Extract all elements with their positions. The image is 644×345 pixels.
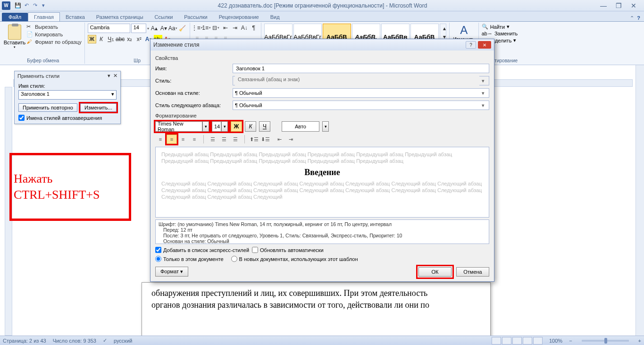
zoom-slider[interactable]	[582, 340, 629, 342]
tab-file[interactable]: Файл	[2, 13, 28, 21]
zoom-out-button[interactable]: −	[569, 338, 572, 344]
line-spacing-1[interactable]: ☰	[208, 135, 218, 144]
bold-button[interactable]: Ж	[88, 35, 96, 43]
strike-button[interactable]: abc	[116, 35, 125, 43]
replace-button[interactable]: ab↔Заменить	[482, 31, 518, 36]
case-icon[interactable]: Aa	[169, 24, 177, 33]
grow-font-icon[interactable]: A▴	[150, 24, 159, 33]
qat-more-icon[interactable]: ▾	[40, 2, 47, 9]
paste-icon	[8, 25, 21, 40]
indent-inc-icon[interactable]: ⇥	[231, 24, 239, 32]
view-fullscreen[interactable]	[502, 337, 511, 345]
sort-icon[interactable]: A↓	[240, 24, 249, 32]
tab-home[interactable]: Главная	[28, 12, 60, 21]
word-count[interactable]: Число слов: 9 353	[53, 338, 96, 344]
superscript-button[interactable]: x²	[135, 35, 143, 43]
font-family-combo[interactable]: Times New Roman	[155, 121, 202, 132]
indent-dec-button[interactable]: ⇤	[274, 135, 284, 144]
style-name-input[interactable]	[233, 64, 489, 73]
page-indicator[interactable]: Страница: 2 из 43	[3, 338, 46, 344]
numbering-icon[interactable]: 1≡	[202, 24, 211, 32]
next-style-combo[interactable]: ¶ Обычный▾	[233, 101, 489, 110]
font-name-combo[interactable]: Cambria	[88, 24, 130, 33]
pane-dropdown-icon[interactable]: ▾	[108, 73, 110, 79]
add-to-quick-checkbox[interactable]: Добавить в список экспресс-стилей	[155, 247, 249, 253]
line-spacing-15[interactable]: ☰	[219, 135, 229, 144]
tab-references[interactable]: Ссылки	[149, 13, 179, 21]
cut-button[interactable]: ✂Вырезать	[26, 24, 82, 30]
underline-button[interactable]: Ч	[107, 35, 115, 43]
tab-review[interactable]: Рецензирование	[213, 13, 265, 21]
italic-button[interactable]: К	[97, 35, 106, 43]
view-draft[interactable]	[533, 337, 543, 345]
format-menu-button[interactable]: Формат ▾	[155, 267, 188, 277]
preview-heading: Введение	[161, 168, 483, 177]
dialog-close-button[interactable]: ✕	[478, 41, 491, 49]
font-size-combo[interactable]: 14	[212, 121, 221, 132]
style-name-label: Имя стиля:	[18, 83, 117, 89]
align-center-button[interactable]: ≡	[167, 135, 177, 144]
this-document-radio[interactable]: Только в этом документе	[155, 256, 224, 262]
window-title: 422 дознаватель.doc [Режим ограниченной …	[47, 2, 598, 9]
view-web[interactable]	[512, 337, 522, 345]
pane-close-icon[interactable]: ✕	[113, 73, 117, 79]
tab-insert[interactable]: Вставка	[60, 13, 91, 21]
autocomplete-checkbox[interactable]: Имена стилей автозавершения	[18, 115, 117, 121]
font-size-arrow[interactable]: ▾	[221, 121, 228, 132]
line-spacing-2[interactable]: ☰	[230, 135, 241, 144]
indent-dec-icon[interactable]: ⇤	[221, 24, 230, 32]
subscript-button[interactable]: x₂	[125, 35, 134, 43]
cancel-button[interactable]: Отмена	[456, 267, 489, 277]
help-icon[interactable]: ?	[637, 15, 640, 21]
ok-button[interactable]: ОК	[418, 267, 452, 277]
align-justify-button[interactable]: ≡	[189, 135, 200, 144]
tab-mailings[interactable]: Рассылки	[178, 13, 213, 21]
align-right-button[interactable]: ≡	[178, 135, 188, 144]
align-left-button[interactable]: ≡	[155, 135, 166, 144]
new-documents-radio[interactable]: В новых документах, использующих этот ша…	[231, 256, 358, 262]
minimize-button[interactable]: —	[598, 1, 609, 10]
spell-check-icon[interactable]: ✓	[103, 337, 107, 344]
restore-button[interactable]: ❐	[613, 1, 624, 10]
qat-redo-icon[interactable]: ↷	[31, 2, 39, 9]
indent-inc-button[interactable]: ⇥	[285, 135, 296, 144]
font-color-arrow[interactable]: ▾	[322, 121, 329, 132]
space-before-inc[interactable]: ⬆☰	[249, 135, 259, 144]
reapply-button[interactable]: Применить повторно	[18, 103, 77, 112]
gallery-up-icon[interactable]: ▴	[440, 24, 446, 33]
bold-toggle[interactable]: Ж	[231, 121, 242, 132]
bullets-icon[interactable]: ⋮≡	[193, 24, 201, 32]
underline-toggle[interactable]: Ч	[259, 121, 270, 132]
ribbon-collapse-icon[interactable]: ⌃	[630, 15, 634, 21]
font-color-combo[interactable]: Авто	[282, 121, 319, 132]
view-outline[interactable]	[523, 337, 532, 345]
close-button[interactable]: ✕	[628, 1, 639, 10]
tab-layout[interactable]: Разметка страницы	[91, 13, 149, 21]
page[interactable]: обнаружения преступлений и лиц, их совер…	[142, 282, 491, 339]
zoom-level[interactable]: 100%	[549, 338, 562, 344]
language-indicator[interactable]: русский	[114, 338, 132, 344]
multilevel-icon[interactable]: ⊟	[212, 24, 220, 32]
italic-toggle[interactable]: К	[245, 121, 256, 132]
qat-undo-icon[interactable]: ↶	[23, 2, 30, 9]
tab-view[interactable]: Вид	[265, 13, 285, 21]
zoom-in-button[interactable]: +	[638, 338, 641, 344]
font-family-arrow[interactable]: ▾	[202, 121, 209, 132]
clear-format-icon[interactable]: 🧹	[178, 24, 187, 33]
space-before-dec[interactable]: ⬇☰	[260, 135, 270, 144]
modify-button[interactable]: Изменить...	[80, 103, 117, 112]
view-print-layout[interactable]	[492, 337, 501, 345]
vertical-scrollbar[interactable]	[636, 65, 644, 336]
style-name-combo[interactable]: Заголовок 1▾	[18, 90, 117, 100]
copy-button[interactable]: 📄Копировать	[26, 31, 82, 38]
auto-update-checkbox[interactable]: Обновлять автоматически	[252, 247, 324, 253]
style-type-combo[interactable]: Связанный (абзац и знак)▾	[233, 76, 489, 85]
shrink-font-icon[interactable]: A▾	[159, 24, 168, 33]
font-size-combo[interactable]: 14	[131, 24, 146, 33]
format-painter-button[interactable]: 🖌Формат по образцу	[26, 39, 82, 45]
find-button[interactable]: 🔍Найти ▾	[482, 24, 518, 30]
qat-save-icon[interactable]: 💾	[14, 2, 22, 9]
based-on-combo[interactable]: ¶ Обычный▾	[233, 88, 489, 98]
dialog-help-button[interactable]: ?	[466, 41, 476, 49]
pilcrow-icon[interactable]: ¶	[250, 24, 258, 32]
